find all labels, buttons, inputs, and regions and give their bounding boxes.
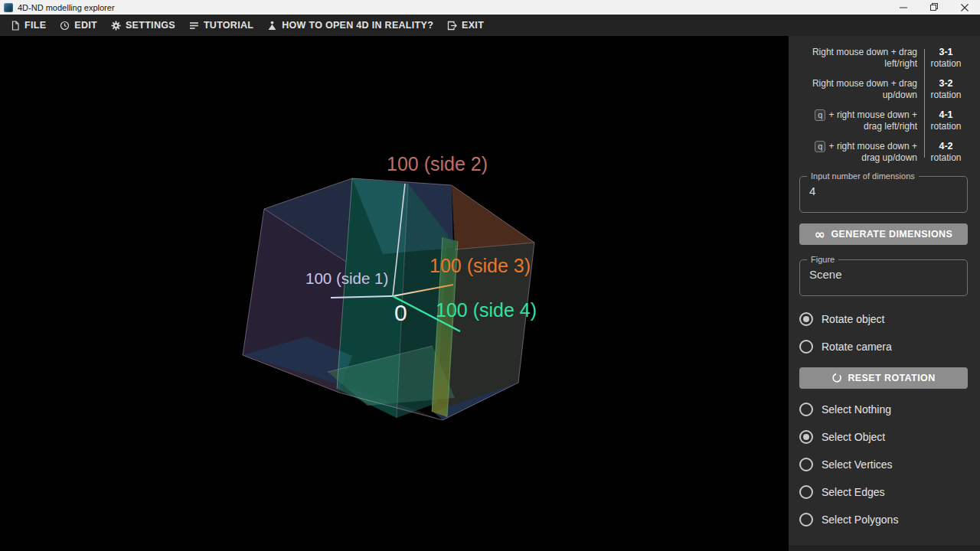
axis-label-side4: 100 (side 4) — [436, 299, 537, 321]
radio-label: Select Nothing — [822, 403, 891, 416]
titlebar: 4D-ND modelling explorer — [0, 0, 980, 15]
reset-rotation-label: RESET ROTATION — [848, 373, 935, 383]
help-result: 3-1 rotation — [924, 47, 968, 70]
help-rotation-num: 3-2 — [924, 78, 968, 90]
maximize-button[interactable] — [919, 0, 949, 15]
axis-label-side2: 100 (side 2) — [387, 153, 488, 174]
help-action: Right mouse down + drag up/down — [799, 78, 924, 101]
menu-item-label: TUTORIAL — [204, 20, 253, 31]
origin-label: 0 — [394, 300, 407, 325]
radio-select-object[interactable]: Select Object — [799, 423, 968, 451]
infinity-icon: ∞ — [815, 230, 826, 238]
help-result: 4-1 rotation — [924, 109, 968, 132]
radio-rotate-camera[interactable]: Rotate camera — [799, 333, 968, 360]
menu-item-settings[interactable]: SETTINGS — [104, 15, 182, 36]
menu-item-tutorial[interactable]: TUTORIAL — [182, 15, 260, 36]
menubar: FILE EDIT SETTINGS TU — [0, 15, 980, 36]
radio-label: Select Object — [822, 431, 885, 443]
sidebar-bottom-strip — [789, 546, 980, 551]
radio-icon — [799, 340, 813, 354]
close-button[interactable] — [949, 0, 980, 15]
radio-icon — [799, 312, 813, 326]
help-row: q + right mouse down + drag left/right 4… — [799, 109, 968, 132]
generate-dimensions-label: GENERATE DIMENSIONS — [831, 229, 952, 240]
help-action-text: + right mouse down + drag left/right — [826, 109, 917, 132]
menu-item-exit[interactable]: EXIT — [440, 15, 491, 36]
radio-select-edges[interactable]: Select Edges — [799, 478, 968, 506]
axis-label-side1: 100 (side 1) — [305, 269, 388, 287]
help-rotation-word: rotation — [924, 152, 968, 164]
help-result: 3-2 rotation — [924, 78, 968, 101]
help-action: q + right mouse down + drag left/right — [799, 109, 924, 132]
menu-item-label: FILE — [24, 20, 46, 31]
radio-select-nothing[interactable]: Select Nothing — [799, 396, 968, 423]
radio-rotate-object[interactable]: Rotate object — [799, 305, 968, 333]
help-rotation-num: 3-1 — [924, 47, 968, 58]
radio-label: Rotate object — [822, 313, 885, 325]
menu-item-label: SETTINGS — [126, 20, 175, 31]
radio-label: Rotate camera — [822, 341, 892, 353]
dimensions-field-label: Input number of dimensions — [807, 171, 919, 181]
close-icon — [961, 4, 969, 11]
radio-label: Select Vertices — [822, 458, 893, 471]
minimize-icon — [900, 4, 907, 11]
axis-label-side3: 100 (side 3) — [430, 255, 531, 276]
key-q: q — [815, 109, 825, 121]
help-result: 4-2 rotation — [924, 141, 968, 164]
help-row: q + right mouse down + drag up/down 4-2 … — [799, 141, 968, 164]
generate-dimensions-button[interactable]: ∞ GENERATE DIMENSIONS — [799, 223, 968, 245]
list-icon — [189, 21, 199, 31]
maximize-icon — [930, 3, 939, 11]
menu-item-file[interactable]: FILE — [4, 15, 53, 36]
help-row: Right mouse down + drag left/right 3-1 r… — [799, 47, 968, 70]
menu-item-label: EXIT — [462, 20, 484, 31]
reset-rotation-icon — [831, 373, 842, 383]
radio-label: Select Edges — [822, 486, 885, 498]
help-action-text: + right mouse down + drag up/down — [826, 141, 917, 163]
radio-icon — [799, 485, 813, 499]
radio-label: Select Polygons — [822, 514, 898, 526]
help-rotation-word: rotation — [924, 121, 968, 132]
figure-field[interactable]: Figure — [799, 259, 968, 296]
scene-viewport[interactable]: 100 (side 2) 100 (side 1) 100 (side 3) 1… — [0, 36, 789, 551]
help-action: Right mouse down + drag left/right — [799, 47, 924, 70]
radio-select-vertices[interactable]: Select Vertices — [799, 451, 968, 478]
radio-select-polygons[interactable]: Select Polygons — [799, 506, 968, 533]
menu-item-edit[interactable]: EDIT — [53, 15, 104, 36]
rotate-mode-group: Rotate object Rotate camera — [799, 305, 968, 360]
history-icon — [60, 21, 70, 31]
radio-icon — [799, 458, 813, 471]
help-row: Right mouse down + drag up/down 3-2 rota… — [799, 78, 968, 101]
dimensions-field[interactable]: Input number of dimensions — [799, 176, 968, 213]
help-rotation-num: 4-2 — [924, 141, 968, 152]
sidebar: Right mouse down + drag left/right 3-1 r… — [789, 36, 980, 551]
radio-icon — [799, 403, 813, 416]
person-icon — [267, 21, 277, 31]
menu-item-label: HOW TO OPEN 4D IN REALITY? — [282, 20, 433, 31]
radio-icon — [799, 513, 813, 527]
radio-icon — [799, 430, 813, 444]
minimize-button[interactable] — [888, 0, 919, 15]
gear-icon — [111, 21, 121, 31]
select-mode-group: Select Nothing Select Object Select Vert… — [799, 396, 968, 533]
window-controls — [888, 0, 980, 15]
app-icon — [4, 3, 13, 12]
face-topright-brown — [452, 185, 534, 249]
help-rotation-word: rotation — [924, 90, 968, 101]
key-q: q — [815, 141, 825, 152]
reset-rotation-button[interactable]: RESET ROTATION — [799, 367, 968, 389]
help-rotation-word: rotation — [924, 58, 968, 70]
help-action: q + right mouse down + drag up/down — [799, 141, 924, 164]
help-rotation-num: 4-1 — [924, 109, 968, 121]
figure-field-label: Figure — [807, 255, 838, 264]
exit-icon — [447, 21, 457, 31]
file-icon — [11, 21, 20, 31]
rotation-help: Right mouse down + drag left/right 3-1 r… — [799, 47, 968, 164]
menu-item-label: EDIT — [74, 20, 97, 31]
help-divider — [924, 49, 925, 158]
menu-item-how-to-open-4d[interactable]: HOW TO OPEN 4D IN REALITY? — [260, 15, 440, 36]
window-title: 4D-ND modelling explorer — [18, 3, 115, 12]
